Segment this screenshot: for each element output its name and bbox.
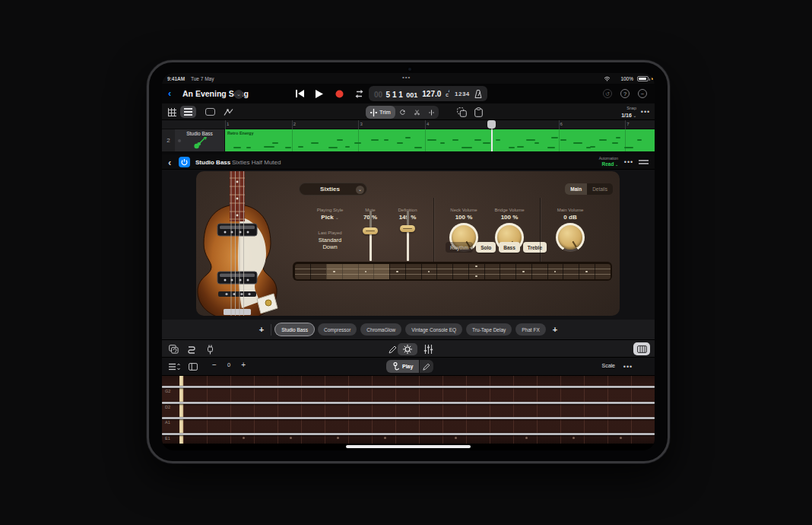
treble-button[interactable]: Treble bbox=[523, 242, 547, 253]
definition-slider-handle[interactable] bbox=[400, 225, 415, 232]
main-volume-label: Main Volume bbox=[544, 208, 597, 212]
mixer-icon[interactable] bbox=[421, 343, 435, 355]
automation-mode[interactable]: Read ⌄ bbox=[602, 161, 619, 167]
song-menu-chevron-icon[interactable]: ⌄ bbox=[234, 90, 243, 99]
midi-note bbox=[337, 139, 343, 141]
plugin-back-chevron-icon[interactable]: ‹ bbox=[168, 157, 171, 168]
midi-note bbox=[637, 139, 642, 141]
editor-menu-icon[interactable] bbox=[167, 361, 182, 373]
chain-item-vintage-console-eq[interactable]: Vintage Console EQ bbox=[405, 323, 462, 336]
fret-line bbox=[579, 264, 579, 279]
toolbar-more-icon[interactable]: ••• bbox=[639, 106, 652, 118]
cycle-button[interactable] bbox=[353, 88, 365, 100]
paste-icon[interactable] bbox=[471, 106, 486, 119]
chain-item-studio-bass[interactable]: Studio Bass bbox=[275, 323, 314, 336]
play-mode-button[interactable]: Play bbox=[386, 360, 419, 373]
lcd-display[interactable]: 00 5 1 1 001 127.0 4/4C maj bbox=[369, 86, 462, 101]
plugin-power-button[interactable] bbox=[179, 157, 190, 167]
play-mode-label: Play bbox=[402, 364, 413, 369]
record-button[interactable] bbox=[333, 88, 345, 100]
midi-note bbox=[560, 139, 566, 141]
midi-note bbox=[496, 139, 500, 141]
editor-toolbar: − 0 + Play Scale ••• bbox=[162, 358, 655, 376]
live-loops-grid-icon[interactable] bbox=[165, 106, 179, 118]
playhead-handle[interactable] bbox=[487, 120, 496, 129]
fret-line bbox=[500, 264, 500, 279]
add-plugin-right-button[interactable]: + bbox=[550, 325, 560, 334]
midi-note bbox=[285, 147, 291, 148]
pencil-mode-button[interactable] bbox=[420, 360, 433, 373]
track-header[interactable]: Studio Bass bbox=[175, 129, 225, 151]
sidebar-panel-icon[interactable] bbox=[187, 361, 199, 373]
octave-plus-button[interactable]: + bbox=[238, 361, 249, 369]
fret-line bbox=[563, 264, 563, 279]
midi-note bbox=[534, 142, 539, 144]
plug-icon[interactable] bbox=[203, 343, 217, 355]
loop-browser-icon[interactable] bbox=[167, 343, 180, 355]
instrument-preset-selector[interactable]: Sixties ⌄ bbox=[299, 183, 367, 196]
controls-view-button[interactable] bbox=[398, 343, 417, 355]
copy-icon[interactable] bbox=[455, 106, 469, 119]
octave-minus-button[interactable]: − bbox=[209, 361, 220, 369]
fretboard-editor[interactable]: G2D2A1E1 bbox=[162, 376, 655, 444]
editor-fret-dot bbox=[455, 437, 457, 439]
midi-region[interactable]: Retro Energy bbox=[225, 129, 655, 151]
fret-range-highlight[interactable] bbox=[326, 264, 389, 279]
scale-button[interactable]: Scale bbox=[601, 363, 615, 368]
editor-fret-dot bbox=[384, 437, 386, 439]
ruler-tick bbox=[225, 120, 226, 129]
bass-button[interactable]: Bass bbox=[499, 242, 520, 253]
midi-note bbox=[612, 142, 618, 144]
play-button[interactable] bbox=[313, 88, 325, 100]
bass-string-G2[interactable] bbox=[162, 386, 655, 388]
chain-item-compressor[interactable]: Compressor bbox=[318, 323, 357, 336]
loop-tool-icon[interactable] bbox=[395, 106, 410, 119]
bass-string-E1[interactable] bbox=[162, 433, 655, 435]
go-to-beginning-button[interactable] bbox=[293, 88, 306, 100]
string-label: E1 bbox=[165, 436, 170, 441]
keyboard-view-button[interactable] bbox=[633, 342, 650, 355]
mute-slider-track[interactable] bbox=[370, 211, 372, 261]
collapse-icon[interactable]: − bbox=[638, 89, 647, 98]
fade-tool-icon[interactable] bbox=[424, 106, 439, 119]
definition-slider-track[interactable] bbox=[407, 211, 409, 261]
mute-slider-handle[interactable] bbox=[363, 228, 378, 234]
chain-item-chromaglow[interactable]: ChromaGlow bbox=[360, 323, 401, 336]
automation-icon[interactable] bbox=[221, 106, 235, 118]
view-main-button[interactable]: Main bbox=[565, 183, 587, 195]
midi-note bbox=[590, 146, 595, 148]
bar-ruler[interactable]: 1234567 bbox=[162, 120, 655, 129]
chain-item-tru-tape-delay[interactable]: Tru-Tape Delay bbox=[466, 323, 512, 336]
track-number[interactable]: 2 bbox=[162, 129, 175, 151]
chain-item-phat-fx[interactable]: Phat FX bbox=[515, 323, 545, 336]
bass-string-A1[interactable] bbox=[162, 417, 655, 419]
count-in-pill[interactable]: 1234 bbox=[449, 86, 487, 101]
rhythm-button[interactable]: Rhythm bbox=[446, 242, 473, 253]
midi-note bbox=[427, 139, 436, 141]
transport-controls bbox=[293, 87, 365, 100]
main-volume-knob[interactable] bbox=[556, 223, 585, 252]
bass-string-D2[interactable] bbox=[162, 402, 655, 404]
snap-setting[interactable]: Snap 1/16 ⌄ bbox=[621, 105, 636, 119]
fret-range-strip[interactable] bbox=[293, 262, 612, 281]
solo-button[interactable]: Solo bbox=[476, 242, 496, 253]
cable-icon[interactable] bbox=[185, 343, 198, 355]
midi-note bbox=[311, 142, 319, 144]
automation-label: Automation bbox=[599, 156, 618, 161]
bridge-volume-value: 100 % bbox=[483, 214, 536, 221]
home-indicator[interactable] bbox=[346, 445, 471, 448]
undo-icon[interactable]: ↺ bbox=[603, 89, 612, 98]
drag-handle-icon[interactable] bbox=[639, 160, 649, 161]
view-details-button[interactable]: Details bbox=[587, 183, 613, 195]
plugin-more-icon[interactable]: ••• bbox=[623, 156, 635, 168]
editor-more-icon[interactable]: ••• bbox=[621, 361, 635, 373]
split-tool-icon[interactable] bbox=[410, 106, 424, 119]
trim-tool-button[interactable]: Trim bbox=[366, 106, 395, 119]
editor-fret-dot bbox=[290, 437, 292, 439]
add-plugin-left-button[interactable]: + bbox=[256, 325, 267, 334]
regions-view-icon[interactable] bbox=[202, 106, 217, 118]
help-icon[interactable]: ? bbox=[620, 89, 630, 98]
tracks-view-button[interactable] bbox=[180, 106, 196, 118]
metronome-icon[interactable] bbox=[474, 90, 482, 98]
back-chevron-icon[interactable]: ‹ bbox=[168, 88, 171, 99]
